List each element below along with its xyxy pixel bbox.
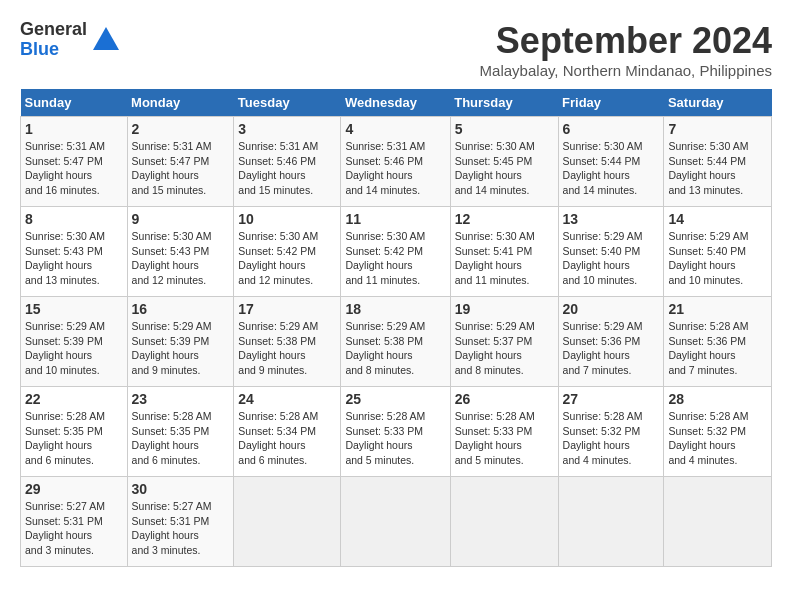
day-number: 14 [668, 211, 767, 227]
day-detail: Sunrise: 5:28 AMSunset: 5:36 PMDaylight … [668, 320, 748, 376]
calendar-cell: 8 Sunrise: 5:30 AMSunset: 5:43 PMDayligh… [21, 207, 128, 297]
weekday-header-row: Sunday Monday Tuesday Wednesday Thursday… [21, 89, 772, 117]
calendar-cell: 11 Sunrise: 5:30 AMSunset: 5:42 PMDaylig… [341, 207, 450, 297]
day-detail: Sunrise: 5:31 AMSunset: 5:46 PMDaylight … [238, 140, 318, 196]
calendar-cell: 1 Sunrise: 5:31 AMSunset: 5:47 PMDayligh… [21, 117, 128, 207]
day-number: 21 [668, 301, 767, 317]
day-number: 29 [25, 481, 123, 497]
calendar-row: 22 Sunrise: 5:28 AMSunset: 5:35 PMDaylig… [21, 387, 772, 477]
calendar-cell: 18 Sunrise: 5:29 AMSunset: 5:38 PMDaylig… [341, 297, 450, 387]
day-number: 7 [668, 121, 767, 137]
day-detail: Sunrise: 5:30 AMSunset: 5:44 PMDaylight … [563, 140, 643, 196]
header-monday: Monday [127, 89, 234, 117]
calendar-cell: 20 Sunrise: 5:29 AMSunset: 5:36 PMDaylig… [558, 297, 664, 387]
day-number: 6 [563, 121, 660, 137]
day-detail: Sunrise: 5:30 AMSunset: 5:42 PMDaylight … [345, 230, 425, 286]
calendar-cell [450, 477, 558, 567]
calendar-row: 15 Sunrise: 5:29 AMSunset: 5:39 PMDaylig… [21, 297, 772, 387]
day-number: 24 [238, 391, 336, 407]
calendar-cell: 22 Sunrise: 5:28 AMSunset: 5:35 PMDaylig… [21, 387, 128, 477]
day-detail: Sunrise: 5:29 AMSunset: 5:38 PMDaylight … [238, 320, 318, 376]
header-wednesday: Wednesday [341, 89, 450, 117]
day-detail: Sunrise: 5:31 AMSunset: 5:46 PMDaylight … [345, 140, 425, 196]
day-number: 17 [238, 301, 336, 317]
day-number: 15 [25, 301, 123, 317]
header-tuesday: Tuesday [234, 89, 341, 117]
day-detail: Sunrise: 5:28 AMSunset: 5:35 PMDaylight … [25, 410, 105, 466]
title-section: September 2024 Malaybalay, Northern Mind… [480, 20, 772, 79]
calendar-cell: 4 Sunrise: 5:31 AMSunset: 5:46 PMDayligh… [341, 117, 450, 207]
calendar-cell: 5 Sunrise: 5:30 AMSunset: 5:45 PMDayligh… [450, 117, 558, 207]
day-number: 25 [345, 391, 445, 407]
day-number: 1 [25, 121, 123, 137]
day-detail: Sunrise: 5:31 AMSunset: 5:47 PMDaylight … [132, 140, 212, 196]
calendar-cell [664, 477, 772, 567]
day-number: 2 [132, 121, 230, 137]
calendar-table: Sunday Monday Tuesday Wednesday Thursday… [20, 89, 772, 567]
calendar-cell: 23 Sunrise: 5:28 AMSunset: 5:35 PMDaylig… [127, 387, 234, 477]
calendar-cell: 25 Sunrise: 5:28 AMSunset: 5:33 PMDaylig… [341, 387, 450, 477]
day-detail: Sunrise: 5:28 AMSunset: 5:32 PMDaylight … [668, 410, 748, 466]
day-number: 9 [132, 211, 230, 227]
day-detail: Sunrise: 5:30 AMSunset: 5:41 PMDaylight … [455, 230, 535, 286]
calendar-row: 1 Sunrise: 5:31 AMSunset: 5:47 PMDayligh… [21, 117, 772, 207]
calendar-cell: 17 Sunrise: 5:29 AMSunset: 5:38 PMDaylig… [234, 297, 341, 387]
day-detail: Sunrise: 5:29 AMSunset: 5:37 PMDaylight … [455, 320, 535, 376]
day-number: 8 [25, 211, 123, 227]
header-sunday: Sunday [21, 89, 128, 117]
calendar-cell: 29 Sunrise: 5:27 AMSunset: 5:31 PMDaylig… [21, 477, 128, 567]
calendar-cell: 2 Sunrise: 5:31 AMSunset: 5:47 PMDayligh… [127, 117, 234, 207]
svg-marker-0 [93, 27, 119, 50]
calendar-cell: 12 Sunrise: 5:30 AMSunset: 5:41 PMDaylig… [450, 207, 558, 297]
calendar-cell: 9 Sunrise: 5:30 AMSunset: 5:43 PMDayligh… [127, 207, 234, 297]
calendar-cell: 10 Sunrise: 5:30 AMSunset: 5:42 PMDaylig… [234, 207, 341, 297]
day-number: 30 [132, 481, 230, 497]
day-detail: Sunrise: 5:27 AMSunset: 5:31 PMDaylight … [132, 500, 212, 556]
day-detail: Sunrise: 5:29 AMSunset: 5:36 PMDaylight … [563, 320, 643, 376]
day-detail: Sunrise: 5:30 AMSunset: 5:43 PMDaylight … [132, 230, 212, 286]
day-detail: Sunrise: 5:31 AMSunset: 5:47 PMDaylight … [25, 140, 105, 196]
day-detail: Sunrise: 5:29 AMSunset: 5:40 PMDaylight … [563, 230, 643, 286]
logo: General Blue [20, 20, 121, 60]
calendar-cell: 26 Sunrise: 5:28 AMSunset: 5:33 PMDaylig… [450, 387, 558, 477]
day-detail: Sunrise: 5:30 AMSunset: 5:45 PMDaylight … [455, 140, 535, 196]
calendar-cell: 13 Sunrise: 5:29 AMSunset: 5:40 PMDaylig… [558, 207, 664, 297]
day-detail: Sunrise: 5:28 AMSunset: 5:32 PMDaylight … [563, 410, 643, 466]
day-detail: Sunrise: 5:28 AMSunset: 5:34 PMDaylight … [238, 410, 318, 466]
day-detail: Sunrise: 5:28 AMSunset: 5:33 PMDaylight … [455, 410, 535, 466]
calendar-cell: 15 Sunrise: 5:29 AMSunset: 5:39 PMDaylig… [21, 297, 128, 387]
day-detail: Sunrise: 5:29 AMSunset: 5:40 PMDaylight … [668, 230, 748, 286]
calendar-row: 8 Sunrise: 5:30 AMSunset: 5:43 PMDayligh… [21, 207, 772, 297]
day-number: 20 [563, 301, 660, 317]
day-number: 27 [563, 391, 660, 407]
calendar-cell: 21 Sunrise: 5:28 AMSunset: 5:36 PMDaylig… [664, 297, 772, 387]
day-detail: Sunrise: 5:27 AMSunset: 5:31 PMDaylight … [25, 500, 105, 556]
calendar-cell: 6 Sunrise: 5:30 AMSunset: 5:44 PMDayligh… [558, 117, 664, 207]
header-friday: Friday [558, 89, 664, 117]
page-header: General Blue September 2024 Malaybalay, … [20, 20, 772, 79]
logo-blue-text: Blue [20, 40, 87, 60]
day-number: 12 [455, 211, 554, 227]
month-title: September 2024 [480, 20, 772, 62]
calendar-cell: 28 Sunrise: 5:28 AMSunset: 5:32 PMDaylig… [664, 387, 772, 477]
day-detail: Sunrise: 5:28 AMSunset: 5:33 PMDaylight … [345, 410, 425, 466]
calendar-cell: 27 Sunrise: 5:28 AMSunset: 5:32 PMDaylig… [558, 387, 664, 477]
logo-icon [91, 25, 121, 55]
day-number: 13 [563, 211, 660, 227]
day-number: 3 [238, 121, 336, 137]
calendar-cell: 19 Sunrise: 5:29 AMSunset: 5:37 PMDaylig… [450, 297, 558, 387]
day-detail: Sunrise: 5:30 AMSunset: 5:44 PMDaylight … [668, 140, 748, 196]
day-number: 28 [668, 391, 767, 407]
day-number: 16 [132, 301, 230, 317]
calendar-cell [341, 477, 450, 567]
day-detail: Sunrise: 5:30 AMSunset: 5:43 PMDaylight … [25, 230, 105, 286]
calendar-cell: 30 Sunrise: 5:27 AMSunset: 5:31 PMDaylig… [127, 477, 234, 567]
calendar-cell [234, 477, 341, 567]
day-detail: Sunrise: 5:29 AMSunset: 5:38 PMDaylight … [345, 320, 425, 376]
day-number: 11 [345, 211, 445, 227]
day-number: 5 [455, 121, 554, 137]
day-detail: Sunrise: 5:29 AMSunset: 5:39 PMDaylight … [25, 320, 105, 376]
header-saturday: Saturday [664, 89, 772, 117]
day-detail: Sunrise: 5:29 AMSunset: 5:39 PMDaylight … [132, 320, 212, 376]
logo-general-text: General [20, 20, 87, 40]
